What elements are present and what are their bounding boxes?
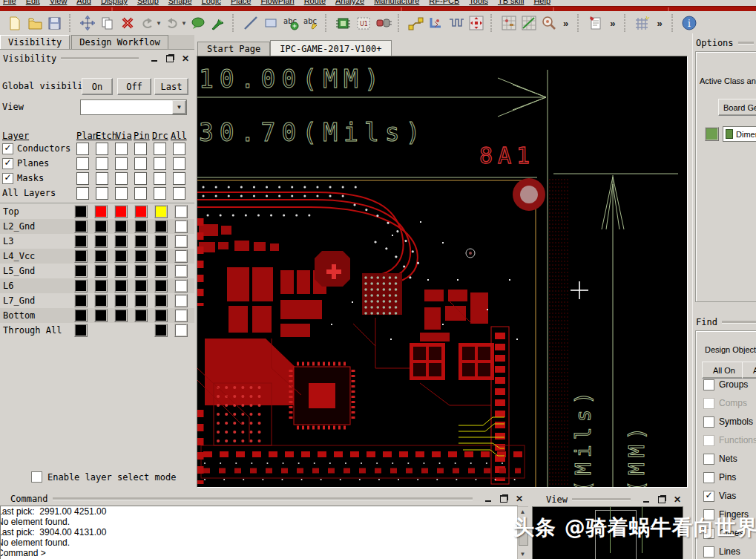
tab-start-page[interactable]: Start Page — [197, 42, 270, 56]
color-swatch[interactable] — [114, 220, 128, 233]
cell-checkbox[interactable] — [154, 157, 166, 170]
color-swatch[interactable] — [114, 249, 128, 263]
menu-manufacture[interactable]: Manufacture — [374, 0, 419, 5]
color-swatch[interactable] — [74, 235, 88, 248]
color-swatch[interactable] — [174, 235, 188, 248]
save-icon[interactable] — [45, 13, 65, 33]
tab-visibility[interactable]: Visibility — [0, 35, 70, 49]
undo-dropdown-icon[interactable]: ▼ — [156, 20, 162, 27]
menu-logic[interactable]: Logic — [202, 0, 221, 5]
color-swatch[interactable] — [154, 249, 168, 263]
color-swatch[interactable] — [174, 309, 188, 322]
cell-checkbox[interactable] — [76, 143, 89, 155]
pins-checkbox[interactable] — [703, 472, 714, 483]
undo-icon[interactable] — [137, 13, 157, 33]
color-swatch[interactable] — [134, 264, 148, 278]
toolbar-overflow-icon[interactable]: » — [563, 18, 568, 29]
open-file-icon[interactable] — [24, 13, 45, 33]
color-swatch[interactable] — [94, 249, 108, 263]
global-visibility-off-button[interactable]: Off — [117, 78, 151, 95]
lines-checkbox[interactable] — [703, 546, 714, 558]
color-view-icon[interactable] — [499, 13, 519, 33]
cell-checkbox[interactable] — [154, 172, 166, 185]
menu-setup[interactable]: Setup — [137, 0, 159, 5]
cell-checkbox[interactable] — [173, 172, 185, 185]
cell-checkbox[interactable] — [154, 143, 166, 155]
color-swatch[interactable] — [94, 264, 108, 278]
notes-icon[interactable] — [585, 13, 605, 33]
enable-layer-select-checkbox[interactable] — [31, 471, 42, 483]
view-restore-button[interactable] — [656, 495, 668, 505]
menu-help[interactable]: Help — [533, 0, 550, 5]
add-rectangle-icon[interactable] — [260, 13, 280, 33]
color-swatch[interactable] — [134, 294, 148, 307]
color-swatch[interactable] — [154, 264, 168, 278]
color-swatch[interactable] — [74, 279, 88, 292]
symbols-checkbox[interactable] — [703, 416, 714, 428]
board-geometry-button[interactable]: Board Geometry — [718, 99, 756, 116]
color-swatch[interactable] — [74, 205, 88, 218]
nets-checkbox[interactable] — [703, 454, 714, 465]
color-swatch[interactable] — [154, 294, 168, 307]
route-vision-icon[interactable] — [519, 13, 539, 33]
color-swatch[interactable] — [134, 220, 148, 233]
global-visibility-last-button[interactable]: Last — [154, 78, 188, 95]
menu-add[interactable]: Add — [76, 0, 91, 5]
redo-dropdown-icon[interactable]: ▼ — [181, 20, 188, 27]
all-on-button[interactable]: All On — [702, 362, 746, 379]
pcb-canvas[interactable]: 10.00(MM) 30.70(Mils) 8A1 (Mils) (MM) — [197, 56, 688, 488]
fanout-icon[interactable] — [466, 13, 486, 33]
menu-place[interactable]: Place — [231, 0, 252, 5]
color-swatch[interactable] — [154, 220, 168, 233]
color-swatch[interactable] — [174, 279, 188, 292]
color-swatch[interactable] — [94, 294, 108, 307]
color-swatch[interactable] — [174, 264, 188, 278]
color-swatch[interactable] — [74, 249, 88, 263]
color-swatch[interactable] — [114, 279, 128, 292]
view-dropdown[interactable]: ▼ — [80, 99, 187, 115]
add-text-icon[interactable]: abc — [280, 13, 300, 33]
cell-checkbox[interactable] — [134, 143, 147, 155]
tab-design-file[interactable]: IPC-GAME-2017-V100+ — [270, 40, 391, 56]
menu-shape[interactable]: Shape — [168, 0, 192, 5]
color-swatch[interactable] — [174, 205, 188, 218]
delete-icon[interactable] — [117, 13, 137, 33]
subclass-dropdown[interactable]: Dimension — [723, 126, 756, 142]
pin-icon[interactable] — [208, 13, 228, 33]
view-minimize-button[interactable] — [640, 495, 652, 505]
menu-view[interactable]: View — [50, 0, 68, 5]
color-swatch[interactable] — [134, 249, 148, 263]
masks-checkbox[interactable] — [2, 173, 13, 184]
place-refdes-icon[interactable]: U1 — [353, 13, 373, 33]
visibility-minimize-button[interactable] — [148, 54, 160, 64]
cell-checkbox[interactable] — [96, 187, 108, 200]
visibility-restore-button[interactable] — [164, 54, 176, 64]
cell-checkbox[interactable] — [154, 187, 166, 200]
all-off-button[interactable]: All Off — [742, 362, 756, 379]
command-restore-button[interactable] — [498, 494, 510, 504]
view-dropdown-arrow-icon[interactable]: ▼ — [172, 100, 186, 114]
cell-checkbox[interactable] — [134, 187, 147, 200]
color-swatch[interactable] — [174, 294, 188, 307]
cell-checkbox[interactable] — [96, 157, 108, 170]
scroll-down-icon[interactable]: ▼ — [518, 549, 527, 559]
place-component-icon[interactable] — [333, 13, 353, 33]
color-swatch[interactable] — [134, 235, 148, 248]
command-minimize-button[interactable] — [482, 494, 494, 504]
cell-checkbox[interactable] — [115, 172, 128, 185]
col-via[interactable]: Via — [116, 131, 134, 141]
slide-icon[interactable] — [426, 13, 446, 33]
color-swatch[interactable] — [114, 294, 128, 307]
cell-checkbox[interactable] — [134, 157, 147, 170]
cell-checkbox[interactable] — [96, 143, 108, 155]
color-swatch[interactable] — [94, 235, 108, 248]
color-swatch[interactable] — [114, 235, 128, 248]
cell-checkbox[interactable] — [173, 157, 185, 170]
comps-checkbox[interactable] — [703, 398, 714, 409]
menu-edit[interactable]: Edit — [26, 0, 40, 5]
functions-checkbox[interactable] — [703, 435, 714, 446]
menu-skill[interactable]: TB skill — [498, 0, 524, 5]
col-plan[interactable]: Plan — [76, 131, 96, 141]
tab-design-workflow[interactable]: Design Workflow — [71, 35, 168, 49]
cell-checkbox[interactable] — [96, 172, 108, 185]
